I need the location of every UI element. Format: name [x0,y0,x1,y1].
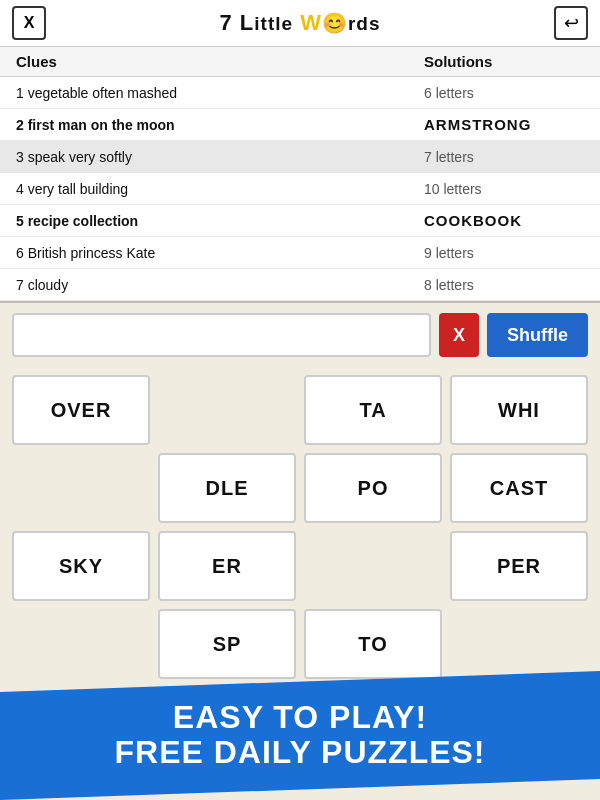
tile[interactable]: PER [450,531,588,601]
clue-text: 2 first man on the moon [16,117,424,133]
solutions-column-header: Solutions [424,53,584,70]
clue-row[interactable]: 2 first man on the moonARMSTRONG [0,109,600,141]
header: X 7 Little W😊rds ↩ [0,0,600,47]
back-button[interactable]: ↩ [554,6,588,40]
tile-empty [304,531,442,601]
tile[interactable]: TA [304,375,442,445]
tile-empty [450,609,588,679]
tile-empty [158,375,296,445]
shuffle-button[interactable]: Shuffle [487,313,588,357]
clue-text: 1 vegetable often mashed [16,85,424,101]
tile[interactable]: OVER [12,375,150,445]
solution-text: 7 letters [424,149,584,165]
solution-text: COOKBOOK [424,212,584,229]
clue-row[interactable]: 7 cloudy8 letters [0,269,600,301]
tile[interactable]: SKY [12,531,150,601]
solution-text: ARMSTRONG [424,116,584,133]
tile-grid: OVERTAWHIDLEPOCASTSKYERPERSPTO [0,367,600,687]
clue-row[interactable]: 1 vegetable often mashed6 letters [0,77,600,109]
clues-section: Clues Solutions 1 vegetable often mashed… [0,47,600,303]
tile[interactable]: SP [158,609,296,679]
clue-row[interactable]: 4 very tall building10 letters [0,173,600,205]
clues-column-header: Clues [16,53,424,70]
input-area: X Shuffle [0,303,600,367]
promo-line1: Easy to play! [20,699,580,734]
word-input[interactable] [12,313,431,357]
clue-text: 7 cloudy [16,277,424,293]
tile-empty [12,609,150,679]
clue-text: 5 recipe collection [16,213,424,229]
tile[interactable]: ER [158,531,296,601]
solution-text: 10 letters [424,181,584,197]
tile[interactable]: WHI [450,375,588,445]
clue-row[interactable]: 6 British princess Kate9 letters [0,237,600,269]
tile[interactable]: CAST [450,453,588,523]
solution-text: 6 letters [424,85,584,101]
tile-empty [12,453,150,523]
tile[interactable]: TO [304,609,442,679]
clue-text: 4 very tall building [16,181,424,197]
close-button[interactable]: X [12,6,46,40]
solution-text: 9 letters [424,245,584,261]
tile[interactable]: PO [304,453,442,523]
tile[interactable]: DLE [158,453,296,523]
promo-line2: Free daily puzzles! [20,734,580,769]
app-title: 7 Little W😊rds [219,10,380,36]
solution-text: 8 letters [424,277,584,293]
clues-list: 1 vegetable often mashed6 letters2 first… [0,77,600,301]
clue-row[interactable]: 3 speak very softly7 letters [0,141,600,173]
smiley-icon: 😊 [322,12,348,34]
clue-text: 6 British princess Kate [16,245,424,261]
promo-banner: Easy to play! Free daily puzzles! [0,671,600,800]
clues-header: Clues Solutions [0,47,600,77]
clue-text: 3 speak very softly [16,149,424,165]
clear-button[interactable]: X [439,313,479,357]
clue-row[interactable]: 5 recipe collectionCOOKBOOK [0,205,600,237]
